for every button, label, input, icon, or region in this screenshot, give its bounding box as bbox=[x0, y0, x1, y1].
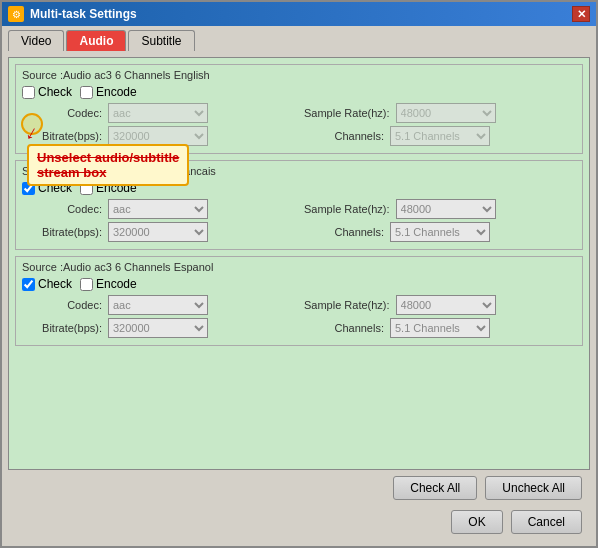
samplerate-row-3: Sample Rate(hz): 48000 bbox=[304, 295, 576, 315]
channels-row-3: Channels: 5.1 Channels bbox=[304, 318, 576, 338]
channels-label-2: Channels: bbox=[304, 226, 384, 238]
samplerate-label-3: Sample Rate(hz): bbox=[304, 299, 390, 311]
codec-label-2: Codec: bbox=[22, 203, 102, 215]
stream-right-3: Sample Rate(hz): 48000 Channels: 5.1 Cha… bbox=[304, 295, 576, 341]
samplerate-row-1: Sample Rate(hz): 48000 bbox=[304, 103, 576, 123]
uncheck-all-button[interactable]: Uncheck All bbox=[485, 476, 582, 500]
codec-select-2[interactable]: aac bbox=[108, 199, 208, 219]
close-button[interactable]: ✕ bbox=[572, 6, 590, 22]
check-text-3: Check bbox=[38, 277, 72, 291]
cancel-button[interactable]: Cancel bbox=[511, 510, 582, 534]
stream-fields-3: Codec: aac Bitrate(bps): 320000 bbox=[22, 295, 576, 341]
window-title: Multi-task Settings bbox=[30, 7, 137, 21]
content-area: Source :Audio ac3 6 Channels English Che… bbox=[2, 51, 596, 546]
encode-text-1: Encode bbox=[96, 85, 137, 99]
tab-audio[interactable]: Audio bbox=[66, 30, 126, 51]
samplerate-select-1[interactable]: 48000 bbox=[396, 103, 496, 123]
ok-cancel-bar: OK Cancel bbox=[8, 506, 590, 540]
ok-button[interactable]: OK bbox=[451, 510, 502, 534]
codec-row-3: Codec: aac bbox=[22, 295, 294, 315]
samplerate-label-2: Sample Rate(hz): bbox=[304, 203, 390, 215]
bitrate-select-2[interactable]: 320000 bbox=[108, 222, 208, 242]
encode-checkbox-3[interactable] bbox=[80, 278, 93, 291]
codec-row-2: Codec: aac bbox=[22, 199, 294, 219]
encode-label-3[interactable]: Encode bbox=[80, 277, 137, 291]
main-panel: Source :Audio ac3 6 Channels English Che… bbox=[8, 57, 590, 470]
bitrate-row-2: Bitrate(bps): 320000 bbox=[22, 222, 294, 242]
stream-controls-3: Check Encode bbox=[22, 277, 576, 291]
codec-select-3[interactable]: aac bbox=[108, 295, 208, 315]
channels-label-1: Channels: bbox=[304, 130, 384, 142]
stream-left-2: Codec: aac Bitrate(bps): 320000 bbox=[22, 199, 294, 245]
title-bar-left: ⚙ Multi-task Settings bbox=[8, 6, 137, 22]
channels-row-2: Channels: 5.1 Channels bbox=[304, 222, 576, 242]
bitrate-label-3: Bitrate(bps): bbox=[22, 322, 102, 334]
tab-video[interactable]: Video bbox=[8, 30, 64, 51]
stream-right-2: Sample Rate(hz): 48000 Channels: 5.1 Cha… bbox=[304, 199, 576, 245]
codec-label-3: Codec: bbox=[22, 299, 102, 311]
channels-select-3[interactable]: 5.1 Channels bbox=[390, 318, 490, 338]
channels-select-2[interactable]: 5.1 Channels bbox=[390, 222, 490, 242]
encode-label-1[interactable]: Encode bbox=[80, 85, 137, 99]
codec-row-1: Codec: aac bbox=[22, 103, 294, 123]
check-checkbox-3[interactable] bbox=[22, 278, 35, 291]
stream-left-3: Codec: aac Bitrate(bps): 320000 bbox=[22, 295, 294, 341]
tooltip-line2: stream box bbox=[37, 165, 106, 180]
channels-label-3: Channels: bbox=[304, 322, 384, 334]
tab-bar: Video Audio Subtitle bbox=[2, 26, 596, 51]
tab-subtitle[interactable]: Subtitle bbox=[128, 30, 194, 51]
stream-controls-1: Check Encode bbox=[22, 85, 576, 99]
stream-header-1: Source :Audio ac3 6 Channels English bbox=[22, 69, 576, 81]
check-label-3[interactable]: Check bbox=[22, 277, 72, 291]
bitrate-row-3: Bitrate(bps): 320000 bbox=[22, 318, 294, 338]
check-checkbox-1[interactable] bbox=[22, 86, 35, 99]
encode-text-3: Encode bbox=[96, 277, 137, 291]
bitrate-select-3[interactable]: 320000 bbox=[108, 318, 208, 338]
check-text-1: Check bbox=[38, 85, 72, 99]
samplerate-row-2: Sample Rate(hz): 48000 bbox=[304, 199, 576, 219]
app-icon: ⚙ bbox=[8, 6, 24, 22]
check-all-button[interactable]: Check All bbox=[393, 476, 477, 500]
channels-select-1[interactable]: 5.1 Channels bbox=[390, 126, 490, 146]
codec-select-1[interactable]: aac bbox=[108, 103, 208, 123]
tooltip-line1: Unselect audio/subtitle bbox=[37, 150, 179, 165]
channels-row-1: Channels: 5.1 Channels bbox=[304, 126, 576, 146]
tooltip-box: Unselect audio/subtitle stream box bbox=[27, 144, 189, 186]
stream-block-3: Source :Audio ac3 6 Channels Espanol Che… bbox=[15, 256, 583, 346]
samplerate-label-1: Sample Rate(hz): bbox=[304, 107, 390, 119]
stream-fields-2: Codec: aac Bitrate(bps): 320000 bbox=[22, 199, 576, 245]
tooltip-overlay: ↓ Unselect audio/subtitle stream box bbox=[27, 126, 189, 186]
stream-header-3: Source :Audio ac3 6 Channels Espanol bbox=[22, 261, 576, 273]
samplerate-select-2[interactable]: 48000 bbox=[396, 199, 496, 219]
bottom-bar: Check All Uncheck All bbox=[8, 470, 590, 506]
samplerate-select-3[interactable]: 48000 bbox=[396, 295, 496, 315]
title-bar: ⚙ Multi-task Settings ✕ bbox=[2, 2, 596, 26]
check-label-1[interactable]: Check bbox=[22, 85, 72, 99]
encode-checkbox-1[interactable] bbox=[80, 86, 93, 99]
bitrate-label-2: Bitrate(bps): bbox=[22, 226, 102, 238]
main-window: ⚙ Multi-task Settings ✕ Video Audio Subt… bbox=[0, 0, 598, 548]
stream-right-1: Sample Rate(hz): 48000 Channels: 5.1 Cha… bbox=[304, 103, 576, 149]
empty-area bbox=[15, 352, 583, 463]
